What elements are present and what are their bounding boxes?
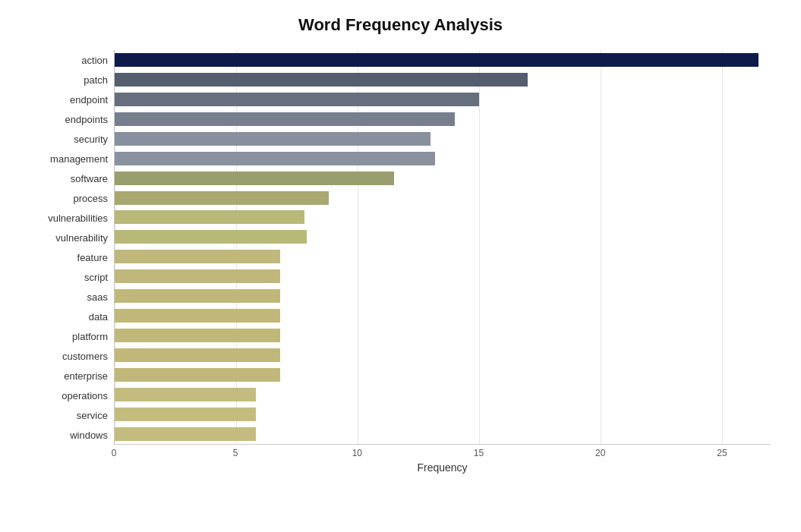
bar-row — [115, 288, 771, 304]
bar-row — [115, 386, 771, 403]
bar — [115, 210, 304, 224]
y-axis-label: vulnerabilities — [30, 208, 108, 228]
x-tick-label: 25 — [717, 448, 727, 458]
y-axis-label: operations — [30, 386, 108, 405]
bar-row — [115, 327, 771, 344]
bar — [115, 309, 280, 323]
bar — [115, 73, 528, 87]
bar-row — [115, 190, 771, 206]
bar-row — [115, 91, 771, 108]
chart-title: Word Frequency Analysis — [30, 15, 771, 35]
bar-row — [115, 131, 771, 147]
grid-lines — [115, 50, 771, 444]
bar-row — [115, 347, 771, 364]
bar — [115, 408, 256, 421]
x-axis-label: Frequency — [114, 461, 771, 474]
bar — [115, 230, 307, 244]
y-axis-label: feature — [30, 247, 108, 267]
bar — [115, 93, 479, 106]
grid-line — [115, 50, 115, 444]
x-tick-label: 20 — [595, 448, 605, 458]
y-labels: actionpatchendpointendpointssecuritymana… — [30, 50, 114, 445]
bar — [115, 250, 280, 263]
bar — [115, 132, 430, 146]
grid-line — [601, 50, 601, 444]
bar — [115, 269, 280, 283]
bar-row — [115, 248, 771, 265]
y-axis-label: management — [30, 149, 108, 168]
x-tick-label: 10 — [352, 448, 362, 458]
y-axis-label: vulnerability — [30, 228, 108, 247]
bar-row — [115, 111, 771, 127]
bar-row — [115, 367, 771, 383]
chart-area: actionpatchendpointendpointssecuritymana… — [30, 50, 771, 461]
grid-line — [358, 50, 358, 444]
x-tick-label: 15 — [474, 448, 484, 458]
y-axis-label: service — [30, 405, 108, 425]
bar-row — [115, 209, 771, 225]
bar-row — [115, 52, 771, 68]
bar — [115, 388, 256, 401]
bar — [115, 53, 758, 67]
y-axis-label: script — [30, 267, 108, 287]
y-axis-label: process — [30, 188, 108, 208]
bars-and-grid — [114, 50, 771, 445]
x-tick-label: 5 — [233, 448, 238, 458]
x-tick-label: 0 — [112, 448, 117, 458]
y-axis-label: software — [30, 168, 108, 188]
bar — [115, 172, 394, 185]
grid-line — [236, 50, 237, 444]
y-axis-label: saas — [30, 287, 108, 307]
bar-row — [115, 150, 771, 167]
y-axis-label: data — [30, 307, 108, 326]
bar-row — [115, 426, 771, 442]
y-axis-label: patch — [30, 70, 108, 90]
y-axis-label: customers — [30, 346, 108, 366]
bar — [115, 152, 435, 165]
y-axis-label: platform — [30, 326, 108, 346]
bars-section: actionpatchendpointendpointssecuritymana… — [30, 50, 771, 445]
y-axis-label: enterprise — [30, 366, 108, 386]
chart-container: Word Frequency Analysis actionpatchendpo… — [0, 0, 801, 532]
bar-row — [115, 406, 771, 423]
y-axis-label: security — [30, 129, 108, 149]
y-axis-label: windows — [30, 425, 108, 445]
bar — [115, 289, 280, 303]
y-axis-label: endpoints — [30, 109, 108, 129]
y-axis-label: action — [30, 50, 108, 70]
y-axis-label: endpoint — [30, 90, 108, 109]
bar-row — [115, 307, 771, 324]
bar — [115, 191, 329, 205]
bar-row — [115, 228, 771, 245]
bar — [115, 368, 280, 382]
grid-line — [479, 50, 480, 444]
bar — [115, 427, 256, 441]
grid-line — [722, 50, 723, 444]
bar-row — [115, 71, 771, 88]
bar — [115, 112, 455, 126]
bar — [115, 329, 280, 342]
bar-row — [115, 170, 771, 187]
bar-row — [115, 268, 771, 285]
bar — [115, 348, 280, 362]
